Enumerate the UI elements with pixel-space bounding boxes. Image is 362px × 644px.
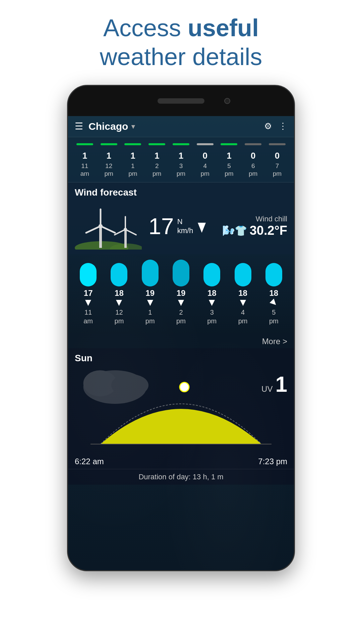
wind-turbine-area xyxy=(75,203,142,250)
sun-times-row: 6:22 am 7:23 pm xyxy=(68,454,294,469)
uv-time-7: 6pm xyxy=(249,162,257,178)
dropdown-arrow-icon[interactable]: ▾ xyxy=(131,122,135,130)
uv-time-3: 2pm xyxy=(153,162,161,178)
uv-number: 1 xyxy=(275,374,287,395)
indicator-bar-5 xyxy=(197,143,214,145)
header-line1: Access useful xyxy=(103,14,259,41)
uv-col-2: 1 1pm xyxy=(123,151,143,178)
svg-rect-7 xyxy=(124,229,127,248)
uv-time-6: 5pm xyxy=(225,162,233,178)
indicator-bars xyxy=(73,141,289,148)
svg-point-17 xyxy=(180,382,189,392)
wind-bar-time-5: 4pm xyxy=(238,308,248,325)
phone-screen: ☰ Chicago ▾ ⚙ ⋮ xyxy=(68,86,294,570)
uv-value-6: 1 xyxy=(227,151,231,161)
wind-forecast-title: Wind forecast xyxy=(75,187,287,198)
wind-bar-time-4: 3pm xyxy=(207,308,217,325)
uv-value-1: 1 xyxy=(106,151,111,161)
wind-chill-icon: 🌬️👕 xyxy=(222,225,247,236)
wind-bar-time-3: 2pm xyxy=(176,308,186,325)
uv-value-7: 0 xyxy=(251,151,255,161)
uv-value-5: 0 xyxy=(202,151,207,161)
wind-speed-unit: N km/h xyxy=(177,217,193,235)
wind-bar-value-4: 18 xyxy=(207,288,217,298)
turbines-svg xyxy=(75,203,142,250)
uv-col-0: 1 11am xyxy=(75,151,95,178)
wind-speed-value: 17 xyxy=(148,215,174,237)
settings-icon[interactable]: ⚙ xyxy=(264,121,272,131)
svg-point-14 xyxy=(111,374,148,396)
wind-bar-arrow-2 xyxy=(147,300,153,306)
wind-bar-time-2: 1pm xyxy=(145,308,155,325)
indicator-bar-3 xyxy=(148,143,165,145)
svg-rect-2 xyxy=(99,226,102,248)
wind-bar-value-0: 17 xyxy=(84,288,93,298)
more-options-icon[interactable]: ⋮ xyxy=(279,121,287,131)
wind-bar-arrow-6 xyxy=(269,299,278,307)
svg-line-11 xyxy=(115,229,125,235)
uv-col-3: 1 2pm xyxy=(147,151,167,178)
wind-bar-value-1: 18 xyxy=(115,288,124,298)
indicator-bar-4 xyxy=(173,143,189,145)
wind-bar-0 xyxy=(80,263,97,286)
wind-chill-temp: 30.2°F xyxy=(250,223,287,238)
sunrise-time: 6:22 am xyxy=(75,457,104,466)
app-content: ☰ Chicago ▾ ⚙ ⋮ xyxy=(68,116,294,570)
sun-arc-container: UV 1 xyxy=(75,367,287,454)
uv-time-8: 7pm xyxy=(273,162,282,178)
indicator-bar-1 xyxy=(101,143,117,145)
wind-forecast-section: Wind forecast xyxy=(68,182,294,254)
uv-value-4: 1 xyxy=(179,151,183,161)
front-camera xyxy=(224,98,230,104)
more-link[interactable]: More > xyxy=(262,337,287,346)
wind-chill-label: Wind chill xyxy=(222,215,287,223)
uv-col-6: 1 5pm xyxy=(219,151,239,178)
nav-icons: ⚙ ⋮ xyxy=(264,121,287,131)
wind-bar-col-5: 18 4pm xyxy=(235,263,251,325)
uv-value-0: 1 xyxy=(82,151,87,161)
uv-col-5: 0 4pm xyxy=(195,151,215,178)
svg-line-10 xyxy=(125,229,136,235)
page-header: Access useful weather details xyxy=(80,13,282,71)
svg-line-6 xyxy=(86,226,101,233)
wind-arrow-icon xyxy=(198,223,206,233)
wind-bar-time-1: 12pm xyxy=(115,308,124,325)
wind-bar-value-2: 19 xyxy=(145,288,155,298)
wind-bar-6 xyxy=(265,263,282,286)
header-line2: weather details xyxy=(100,43,262,70)
hourly-uv-row: 1 11am 1 12pm 1 1pm 1 2pm xyxy=(73,149,289,179)
city-label[interactable]: Chicago ▾ xyxy=(88,121,264,132)
wind-bar-arrow-0 xyxy=(85,300,91,306)
wind-bar-2 xyxy=(142,260,159,286)
wind-bar-5 xyxy=(235,263,251,286)
uv-time-4: 3pm xyxy=(177,162,185,178)
wind-bars-row: 17 11am 18 12pm 19 1pm xyxy=(73,260,289,325)
wind-bars-section: 17 11am 18 12pm 19 1pm xyxy=(68,254,294,333)
indicator-bar-6 xyxy=(221,143,237,145)
svg-line-5 xyxy=(101,226,115,233)
more-link-row: More > xyxy=(68,333,294,348)
indicator-bar-2 xyxy=(124,143,141,145)
uv-col-1: 1 12pm xyxy=(99,151,119,178)
indicator-bar-8 xyxy=(269,143,286,145)
day-duration: Duration of day: 13 h, 1 m xyxy=(68,469,294,485)
wind-bar-col-2: 19 1pm xyxy=(142,260,159,325)
wind-unit: km/h xyxy=(177,226,193,235)
wind-bar-col-1: 18 12pm xyxy=(111,263,127,325)
uv-value-2: 1 xyxy=(130,151,135,161)
sun-section: Sun xyxy=(68,348,294,454)
uv-time-5: 4pm xyxy=(201,162,209,178)
wind-chill-value: 🌬️👕 30.2°F xyxy=(222,223,287,238)
wind-bar-time-0: 11am xyxy=(83,308,93,325)
menu-icon[interactable]: ☰ xyxy=(75,121,83,132)
uv-col-8: 0 7pm xyxy=(267,151,287,178)
phone-bezel-top xyxy=(68,86,294,116)
wind-bar-3 xyxy=(173,260,189,286)
sun-title: Sun xyxy=(75,353,287,364)
wind-bar-arrow-3 xyxy=(178,300,184,306)
wind-bar-arrow-1 xyxy=(116,300,122,306)
wind-bar-time-6: 5pm xyxy=(269,308,279,325)
wind-bar-value-5: 18 xyxy=(238,288,247,298)
wind-bar-4 xyxy=(203,263,220,286)
uv-time-2: 1pm xyxy=(128,162,137,178)
